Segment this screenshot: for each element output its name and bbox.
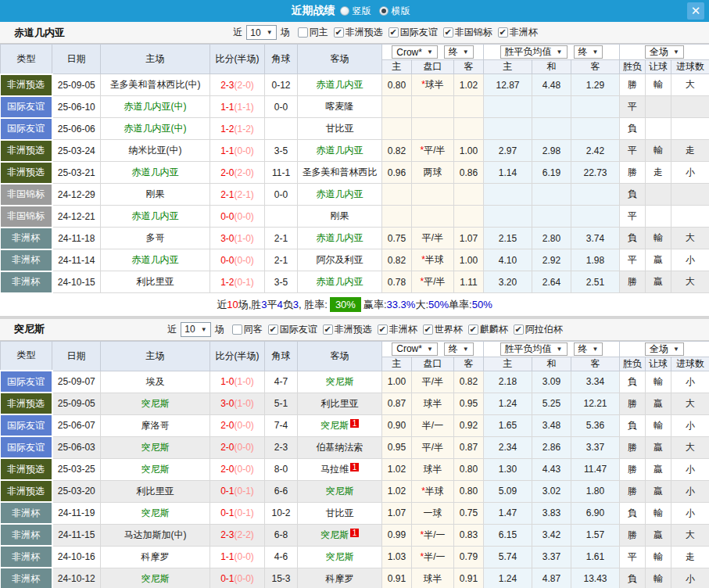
competition-checkbox[interactable]: ✔世界杯 xyxy=(423,323,463,336)
away-team: 赤道几内亚 xyxy=(298,228,382,249)
result-handicap: 輸 xyxy=(646,414,671,436)
sub-column-header: 客 xyxy=(571,60,620,74)
result-wdl: 平 xyxy=(620,140,646,162)
competition-checkbox[interactable]: ✔非国锦标 xyxy=(443,26,492,39)
dropdown-全场[interactable]: 全场▼ xyxy=(645,342,684,356)
avg-away: 11.47 xyxy=(571,458,620,480)
sub-column-header: 和 xyxy=(532,60,571,74)
same-venue-checkbox[interactable]: 同主 xyxy=(298,26,328,39)
fulltime-score: 3-0 xyxy=(220,233,234,244)
recent-count-select[interactable]: 10▼ xyxy=(181,322,210,337)
avg-draw xyxy=(532,184,571,206)
avg-away: 2.42 xyxy=(571,140,620,162)
avg-away: 1.98 xyxy=(571,249,620,271)
odds-handicap: 平/半 xyxy=(412,371,454,393)
fulltime-score: 1-2 xyxy=(220,124,234,134)
avg-draw: 4.43 xyxy=(532,458,571,480)
competition-checkbox-label: 世界杯 xyxy=(435,323,463,336)
halftime-score: (0-0) xyxy=(235,255,254,266)
away-team-name: 甘比亚 xyxy=(326,123,354,134)
result-wdl: 平 xyxy=(620,249,646,271)
odds-handicap xyxy=(412,96,454,118)
corner-count: 3-5 xyxy=(265,271,298,293)
match-row: 非洲杯24-11-18多哥3-0(1-0)2-1赤道几内亚0.75平/半1.07… xyxy=(1,228,709,249)
corner-count: 0-0 xyxy=(265,184,298,206)
away-team: 阿尔及利亚 xyxy=(298,249,382,271)
result-wdl: 勝 xyxy=(620,524,646,546)
matches-table: 类型日期主场比分(半场)角球客场Crow*▼终▼胜平负均值▼终▼全场▼主盘口客主… xyxy=(0,341,709,588)
halftime-score: (1-2) xyxy=(235,124,254,134)
competition-checkbox[interactable]: ✔国际友谊 xyxy=(268,323,317,336)
same-venue-checkbox-label: 同主 xyxy=(310,26,328,39)
dropdown-终[interactable]: 终▼ xyxy=(574,45,603,59)
home-team: 马达加斯加(中) xyxy=(101,524,210,546)
competition-checkbox[interactable]: ✔非洲杯 xyxy=(378,323,417,336)
competition-checkbox[interactable]: ✔非洲预选 xyxy=(323,323,372,336)
summary-part: 50% xyxy=(428,299,449,310)
fulltime-score: 2-1 xyxy=(220,189,234,200)
header-row-dropdowns: 类型日期主场比分(半场)角球客场Crow*▼终▼胜平负均值▼终▼全场▼ xyxy=(1,45,709,60)
radio-horizontal-layout[interactable]: 横版 xyxy=(379,5,410,18)
dropdown-header-cell: Crow*▼终▼ xyxy=(382,45,484,60)
corner-count: 7-4 xyxy=(265,414,298,436)
close-icon[interactable]: ✕ xyxy=(687,2,704,20)
fulltime-score: 1-1 xyxy=(220,145,234,156)
home-team-name: 赤道几内亚 xyxy=(132,254,179,265)
competition-checkbox[interactable]: ✔阿拉伯杯 xyxy=(514,323,563,336)
result-wdl: 勝 xyxy=(620,458,646,480)
radio-vertical-layout[interactable]: 竖版 xyxy=(340,5,371,18)
corner-count: 2-1 xyxy=(265,249,298,271)
halftime-score: (0-0) xyxy=(235,211,254,222)
dropdown-label: Crow* xyxy=(396,47,422,58)
same-venue-checkbox[interactable]: 同客 xyxy=(232,323,263,336)
sub-column-header: 胜负 xyxy=(620,357,646,371)
column-header: 角球 xyxy=(265,341,298,371)
halftime-score: (0-0) xyxy=(235,464,254,475)
away-team: 突尼斯 xyxy=(298,480,382,502)
result-handicap: 贏 xyxy=(646,393,671,414)
avg-draw: 2.64 xyxy=(532,271,571,293)
corner-count: 4-6 xyxy=(265,546,298,568)
result-handicap: 贏 xyxy=(646,480,671,502)
dropdown-全场[interactable]: 全场▼ xyxy=(645,45,684,59)
dropdown-label: 胜平负均值 xyxy=(505,342,552,356)
result-wdl: 勝 xyxy=(620,271,646,293)
dropdown-Crow*[interactable]: Crow*▼ xyxy=(392,342,438,356)
dropdown-终[interactable]: 终▼ xyxy=(574,342,603,356)
dropdown-终[interactable]: 终▼ xyxy=(444,342,474,356)
summary-part: 场,胜 xyxy=(238,298,262,312)
match-date: 25-09-05 xyxy=(52,74,101,96)
away-team: 赤道几内亚 xyxy=(298,271,382,293)
odds-away xyxy=(454,184,484,206)
result-goals: 小 xyxy=(671,371,709,393)
away-team: 突尼斯1 xyxy=(298,414,382,436)
competition-checkbox[interactable]: ✔国际友谊 xyxy=(389,26,438,39)
fulltime-score: 1-2 xyxy=(220,277,234,288)
match-row: 非洲预选25-03-25突尼斯2-0(0-0)8-0马拉维11.02球半0.80… xyxy=(1,458,709,480)
avg-home: 1.24 xyxy=(484,393,532,414)
odds-value: 半球 xyxy=(425,254,444,265)
column-header: 日期 xyxy=(52,341,101,371)
competition-checkbox[interactable]: ✔麒麟杯 xyxy=(468,323,508,336)
dropdown-胜平负均值[interactable]: 胜平负均值▼ xyxy=(500,342,568,356)
column-header: 比分(半场) xyxy=(210,45,265,74)
dropdown-Crow*[interactable]: Crow*▼ xyxy=(392,45,438,59)
match-row: 非洲杯24-11-15马达加斯加(中)2-3(2-2)6-8突尼斯10.99*半… xyxy=(1,524,709,546)
dropdown-胜平负均值[interactable]: 胜平负均值▼ xyxy=(500,45,568,59)
fulltime-score: 0-1 xyxy=(220,507,234,518)
checkbox-icon: ✔ xyxy=(378,324,388,335)
odds-away: 0.87 xyxy=(454,436,484,458)
score: 2-0(2-0) xyxy=(210,162,265,184)
competition-checkbox[interactable]: ✔非洲杯 xyxy=(498,26,538,39)
match-date: 24-10-15 xyxy=(52,271,101,293)
dropdown-终[interactable]: 终▼ xyxy=(444,45,474,59)
odds-away: 1.00 xyxy=(454,249,484,271)
recent-count-select[interactable]: 10▼ xyxy=(246,25,276,40)
score: 0-1(0-1) xyxy=(210,502,265,524)
odds-away: 0.80 xyxy=(454,480,484,502)
halftime-score: (2-2) xyxy=(235,529,254,540)
match-date: 25-09-07 xyxy=(52,371,101,393)
competition-checkbox[interactable]: ✔非洲预选 xyxy=(334,26,383,39)
away-team: 赤道几内亚 xyxy=(298,74,382,96)
sub-column-header: 让球 xyxy=(646,357,671,371)
